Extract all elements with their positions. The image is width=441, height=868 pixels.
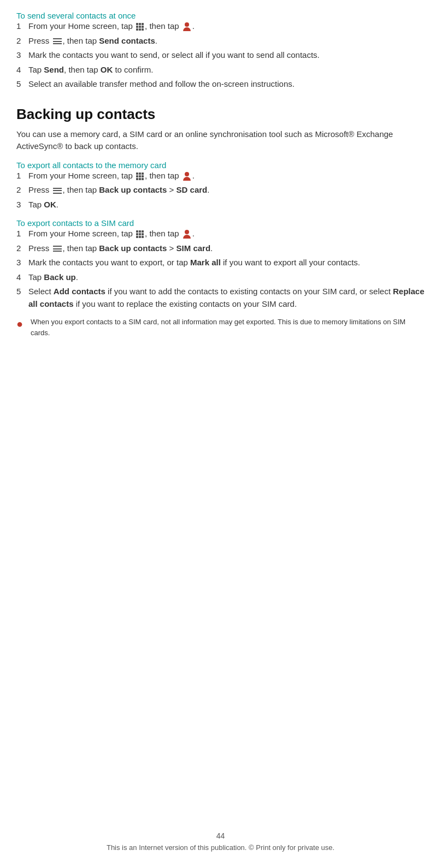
menu-icon [53, 38, 62, 44]
export-memory-step-1: 1 From your Home screen, tap , then tap … [16, 170, 425, 182]
page-footer: 44 This is an Internet version of this p… [0, 831, 441, 852]
person-icon [183, 22, 191, 31]
menu-icon-2 [53, 188, 62, 194]
export-sim-step-2: 2 Press , then tap Back up contacts > SI… [16, 242, 425, 255]
export-sim-heading: To export contacts to a SIM card [16, 218, 425, 228]
note-block: ● When you export contacts to a SIM card… [16, 317, 425, 338]
send-step-2: 2 Press , then tap Send contacts. [16, 35, 425, 47]
send-contacts-steps: 1 From your Home screen, tap , then tap … [16, 20, 425, 91]
grid-icon [136, 23, 144, 31]
send-contacts-heading: To send several contacts at once [16, 11, 425, 20]
export-memory-steps: 1 From your Home screen, tap , then tap … [16, 170, 425, 211]
grid-icon-3 [136, 230, 144, 238]
send-step-4: 4 Tap Send, then tap OK to confirm. [16, 64, 425, 76]
backing-up-heading: Backing up contacts [16, 106, 425, 123]
menu-icon-3 [53, 246, 62, 252]
send-step-1: 1 From your Home screen, tap , then tap … [16, 20, 425, 33]
export-sim-steps: 1 From your Home screen, tap , then tap … [16, 228, 425, 310]
backing-up-intro: You can use a memory card, a SIM card or… [16, 128, 425, 153]
backing-up-section: Backing up contacts You can use a memory… [16, 106, 425, 153]
export-sim-step-1: 1 From your Home screen, tap , then tap … [16, 228, 425, 240]
send-step-3: 3 Mark the contacts you want to send, or… [16, 49, 425, 62]
person-icon-3 [183, 230, 191, 239]
note-text: When you export contacts to a SIM card, … [31, 317, 425, 338]
export-sim-step-3: 3 Mark the contacts you want to export, … [16, 257, 425, 269]
note-icon: ● [16, 316, 26, 332]
export-memory-step-3: 3 Tap OK. [16, 199, 425, 211]
export-memory-heading: To export all contacts to the memory car… [16, 160, 425, 170]
export-memory-step-2: 2 Press , then tap Back up contacts > SD… [16, 184, 425, 197]
footer-text: This is an Internet version of this publ… [107, 843, 334, 852]
page-number: 44 [0, 831, 441, 840]
person-icon-2 [183, 172, 191, 181]
export-sim-step-4: 4 Tap Back up. [16, 271, 425, 284]
send-step-5: 5 Select an available transfer method an… [16, 78, 425, 91]
grid-icon-2 [136, 173, 144, 180]
export-sim-step-5: 5 Select Add contacts if you want to add… [16, 286, 425, 310]
